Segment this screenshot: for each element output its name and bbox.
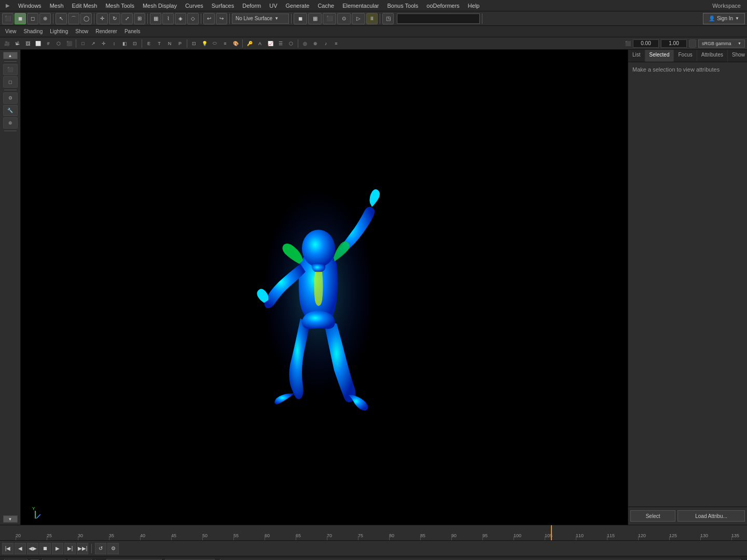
render-btn-3[interactable]: ⬛ xyxy=(323,13,336,24)
tb2-e[interactable]: E xyxy=(144,39,154,48)
tb2-move[interactable]: ↕ xyxy=(109,39,119,48)
bc-play-fwd[interactable]: ▶ xyxy=(52,543,63,554)
tb-btn-4[interactable]: ⊕ xyxy=(39,13,51,24)
menu-item-surfaces[interactable]: Surfaces xyxy=(208,2,238,10)
lp-btn-4[interactable]: 🔧 xyxy=(3,105,18,116)
menu-item-windows[interactable]: Windows xyxy=(15,2,45,10)
tab-selected[interactable]: Selected xyxy=(645,50,674,62)
tab-show[interactable]: Show xyxy=(728,50,747,62)
vm-lighting[interactable]: Lighting xyxy=(47,27,71,35)
viewport[interactable]: X Y xyxy=(21,50,628,525)
menu-item-generate[interactable]: Generate xyxy=(282,2,313,10)
menu-item-elementacular[interactable]: Elementacular xyxy=(339,2,382,10)
search-field[interactable] xyxy=(397,13,480,24)
bc-stop[interactable]: ⏹ xyxy=(39,543,51,554)
pause-btn[interactable]: ⏸ xyxy=(366,13,378,24)
universal-tool[interactable]: ⊞ xyxy=(134,13,145,24)
tab-attributes[interactable]: Attributes xyxy=(697,50,728,62)
tb2-t[interactable]: T xyxy=(155,39,164,48)
vm-shading[interactable]: Shading xyxy=(21,27,46,35)
bc-prev-frame[interactable]: ◀ xyxy=(15,543,26,554)
menu-item-curves[interactable]: Curves xyxy=(182,2,207,10)
menu-item-bonus-tools[interactable]: Bonus Tools xyxy=(384,2,422,10)
move-tool[interactable]: ✛ xyxy=(96,13,108,24)
playhead[interactable] xyxy=(551,525,552,540)
menu-item-file[interactable]: ▶ xyxy=(2,2,13,9)
tb2-n[interactable]: N xyxy=(165,39,174,48)
bc-prev-key[interactable]: |◀ xyxy=(2,543,13,554)
select-tool[interactable]: ↖ xyxy=(56,13,67,24)
tb2-color[interactable]: 🎨 xyxy=(231,39,240,48)
tb2-wire[interactable]: ⬡ xyxy=(54,39,63,48)
bc-play-back[interactable]: ◀▶ xyxy=(27,543,38,554)
extra-btn[interactable]: ◳ xyxy=(382,13,394,24)
tb2-key[interactable]: 🔑 xyxy=(245,39,254,48)
lp-btn-2[interactable]: ◻ xyxy=(3,76,18,88)
tb2-res[interactable]: ⊡ xyxy=(130,39,140,48)
timeline-area[interactable]: 2025303540455055606570758085909510010511… xyxy=(0,525,747,540)
bc-next-key[interactable]: ▶▶| xyxy=(77,543,88,554)
rotate-tool[interactable]: ↻ xyxy=(109,13,120,24)
menu-item-mesh-tools[interactable]: Mesh Tools xyxy=(102,2,137,10)
value-field-2[interactable] xyxy=(661,39,687,48)
tab-focus[interactable]: Focus xyxy=(674,50,697,62)
render-btn-5[interactable]: ▷ xyxy=(352,13,365,24)
bc-settings[interactable]: ⚙ xyxy=(107,543,119,554)
lp-btn-3[interactable]: ⚙ xyxy=(3,92,18,104)
vm-panels[interactable]: Panels xyxy=(121,27,144,35)
select-button[interactable]: Select xyxy=(630,510,675,522)
tb2-p[interactable]: P xyxy=(175,39,185,48)
sign-in-button[interactable]: 👤 Sign In ▼ xyxy=(703,13,745,24)
menu-item-deform[interactable]: Deform xyxy=(239,2,265,10)
menu-item-help[interactable]: Help xyxy=(464,2,483,10)
bc-next-frame[interactable]: ▶| xyxy=(64,543,76,554)
tb2-cmr[interactable]: ⊕ xyxy=(311,39,320,48)
tb2-film[interactable]: 📽 xyxy=(12,39,22,48)
menu-item-edit-mesh[interactable]: Edit Mesh xyxy=(68,2,101,10)
tb2-opt[interactable]: ≡ xyxy=(331,39,341,48)
bc-loop[interactable]: ↺ xyxy=(95,543,106,554)
tb2-lighting2[interactable]: 💡 xyxy=(200,39,209,48)
tb2-camera[interactable]: 🎥 xyxy=(2,39,11,48)
tb2-pan[interactable]: ☰ xyxy=(276,39,285,48)
undo-btn[interactable]: ↩ xyxy=(203,13,215,24)
menu-item-mesh[interactable]: Mesh xyxy=(46,2,67,10)
render-btn-2[interactable]: ▦ xyxy=(308,13,322,24)
tb2-env[interactable]: ◎ xyxy=(300,39,310,48)
tb2-snd[interactable]: ♪ xyxy=(321,39,330,48)
lasso-tool[interactable]: ⌒ xyxy=(68,13,79,24)
render-btn-1[interactable]: ◼ xyxy=(294,13,307,24)
load-attributes-button[interactable]: Load Attribu... xyxy=(677,510,745,522)
tb2-layer[interactable]: ⬡ xyxy=(286,39,296,48)
tb2-filter[interactable]: ≡ xyxy=(220,39,230,48)
menu-item-mesh-display[interactable]: Mesh Display xyxy=(139,2,181,10)
no-live-surface-dropdown[interactable]: No Live Surface ▼ xyxy=(232,13,289,24)
color-swatch[interactable] xyxy=(689,39,696,48)
gamma-dropdown[interactable]: sRGB gamma ▼ xyxy=(698,39,745,48)
tb2-bk[interactable]: ⬛ xyxy=(64,39,74,48)
tb2-attr[interactable]: A xyxy=(255,39,265,48)
lp-toggle-down[interactable]: ▼ xyxy=(3,515,18,523)
tb2-frame[interactable]: ⬜ xyxy=(33,39,43,48)
tb2-grid[interactable]: # xyxy=(44,39,53,48)
lp-toggle-up[interactable]: ▲ xyxy=(3,52,18,59)
tb-btn-1[interactable]: ⬛ xyxy=(2,13,13,24)
paint-tool[interactable]: ◯ xyxy=(80,13,92,24)
snap-surface[interactable]: ◇ xyxy=(187,13,199,24)
redo-btn[interactable]: ↪ xyxy=(216,13,227,24)
menu-item-uv[interactable]: UV xyxy=(266,2,281,10)
lp-btn-1[interactable]: ⬛ xyxy=(3,64,18,75)
tb2-mask[interactable]: ◧ xyxy=(120,39,129,48)
tb-btn-2[interactable]: ◼ xyxy=(15,13,26,24)
snap-point[interactable]: ◈ xyxy=(175,13,186,24)
menu-item-oodeformers[interactable]: ooDeformers xyxy=(423,2,463,10)
vm-view[interactable]: View xyxy=(2,27,20,35)
menu-item-cache[interactable]: Cache xyxy=(314,2,338,10)
tab-list[interactable]: List xyxy=(628,50,645,62)
render-btn-4[interactable]: ⊙ xyxy=(337,13,351,24)
tb2-trk[interactable]: ✛ xyxy=(99,39,108,48)
snap-grid[interactable]: ▦ xyxy=(150,13,161,24)
tb2-persp[interactable]: □ xyxy=(78,39,88,48)
vm-renderer[interactable]: Renderer xyxy=(92,27,120,35)
tb2-graph[interactable]: 📈 xyxy=(266,39,275,48)
